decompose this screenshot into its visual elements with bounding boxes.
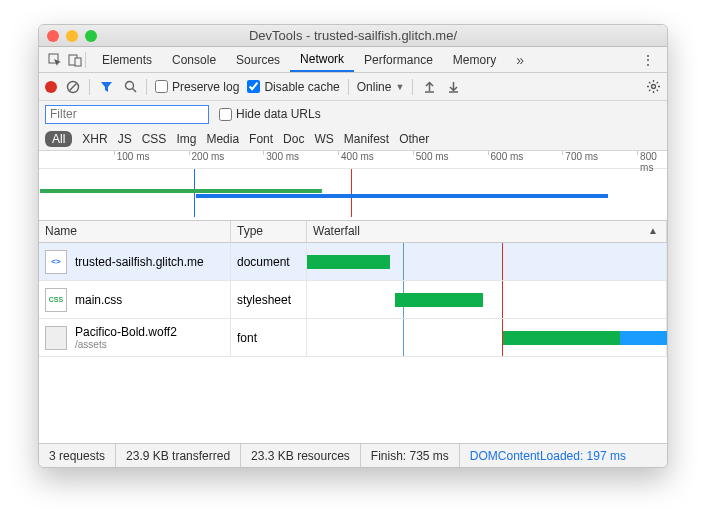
type-doc[interactable]: Doc: [283, 132, 304, 146]
marker-line: [351, 169, 352, 217]
timeline-ruler: 100 ms200 ms300 ms400 ms500 ms600 ms700 …: [39, 151, 667, 169]
waterfall-bar: [503, 331, 621, 345]
type-other[interactable]: Other: [399, 132, 429, 146]
search-icon[interactable]: [122, 79, 138, 95]
file-icon: CSS: [45, 288, 67, 312]
inspect-element-icon[interactable]: [45, 50, 65, 70]
more-tabs-icon[interactable]: »: [510, 52, 530, 68]
tick: 800 ms: [637, 151, 667, 155]
type-all[interactable]: All: [45, 131, 72, 147]
network-table: Name Type Waterfall▲ <>trusted-sailfish.…: [39, 221, 667, 443]
status-dcl: DOMContentLoaded: 197 ms: [460, 444, 636, 467]
network-toolbar: Preserve log Disable cache Online▼: [39, 73, 667, 101]
request-path: /assets: [75, 339, 177, 350]
waterfall-bar: [395, 293, 483, 307]
svg-line-4: [70, 83, 77, 90]
tick: 500 ms: [413, 151, 449, 155]
type-xhr[interactable]: XHR: [82, 132, 107, 146]
table-row[interactable]: <>trusted-sailfish.glitch.medocument: [39, 243, 667, 281]
table-row[interactable]: CSSmain.cssstylesheet: [39, 281, 667, 319]
type-css[interactable]: CSS: [142, 132, 167, 146]
disable-cache-checkbox[interactable]: Disable cache: [247, 80, 339, 94]
request-name: main.css: [75, 293, 122, 307]
type-js[interactable]: JS: [118, 132, 132, 146]
device-toolbar-icon[interactable]: [65, 50, 85, 70]
window-title: DevTools - trusted-sailfish.glitch.me/: [39, 28, 667, 43]
preserve-log-label: Preserve log: [172, 80, 239, 94]
tab-network[interactable]: Network: [290, 47, 354, 72]
sort-asc-icon: ▲: [648, 225, 658, 236]
status-bar: 3 requests 23.9 KB transferred 23.3 KB r…: [39, 443, 667, 467]
svg-rect-2: [75, 58, 81, 66]
filter-row: Hide data URLs: [39, 101, 667, 127]
status-finish: Finish: 735 ms: [361, 444, 460, 467]
svg-point-9: [651, 85, 655, 89]
status-requests: 3 requests: [39, 444, 116, 467]
svg-line-17: [656, 82, 657, 83]
type-manifest[interactable]: Manifest: [344, 132, 389, 146]
upload-har-icon[interactable]: [421, 79, 437, 95]
svg-line-6: [132, 89, 136, 93]
timeline-area: [39, 169, 667, 217]
request-name: trusted-sailfish.glitch.me: [75, 255, 204, 269]
tab-elements[interactable]: Elements: [92, 47, 162, 72]
header-type[interactable]: Type: [231, 221, 307, 242]
hide-data-urls-label: Hide data URLs: [236, 107, 321, 121]
header-waterfall[interactable]: Waterfall▲: [307, 221, 667, 242]
menu-icon[interactable]: ⋮: [635, 52, 661, 68]
tab-console[interactable]: Console: [162, 47, 226, 72]
preserve-log-checkbox[interactable]: Preserve log: [155, 80, 239, 94]
tick: 200 ms: [189, 151, 225, 155]
waterfall-bar: [307, 255, 390, 269]
tick: 300 ms: [263, 151, 299, 155]
tab-performance[interactable]: Performance: [354, 47, 443, 72]
request-type: stylesheet: [231, 281, 307, 318]
table-row[interactable]: Pacifico-Bold.woff2/assetsfont: [39, 319, 667, 357]
svg-point-5: [125, 82, 133, 90]
filter-toggle-icon[interactable]: [98, 79, 114, 95]
waterfall-cell: [307, 319, 667, 356]
header-name[interactable]: Name: [39, 221, 231, 242]
waterfall-cell: [307, 281, 667, 318]
file-icon: [45, 326, 67, 350]
record-button[interactable]: [45, 81, 57, 93]
marker-line: [194, 169, 195, 217]
hide-data-urls-checkbox[interactable]: Hide data URLs: [219, 107, 321, 121]
settings-icon[interactable]: [645, 79, 661, 95]
tick: 600 ms: [488, 151, 524, 155]
status-resources: 23.3 KB resources: [241, 444, 361, 467]
type-ws[interactable]: WS: [314, 132, 333, 146]
throttling-value: Online: [357, 80, 392, 94]
svg-line-16: [649, 90, 650, 91]
download-har-icon[interactable]: [445, 79, 461, 95]
tick: 400 ms: [338, 151, 374, 155]
tab-sources[interactable]: Sources: [226, 47, 290, 72]
svg-line-14: [649, 82, 650, 83]
devtools-window: DevTools - trusted-sailfish.glitch.me/ E…: [38, 24, 668, 468]
overview-bar: [196, 194, 608, 198]
file-icon: <>: [45, 250, 67, 274]
svg-line-15: [656, 90, 657, 91]
waterfall-cell: [307, 243, 667, 280]
type-img[interactable]: Img: [176, 132, 196, 146]
throttling-select[interactable]: Online▼: [357, 80, 405, 94]
type-media[interactable]: Media: [206, 132, 239, 146]
timeline-overview[interactable]: 100 ms200 ms300 ms400 ms500 ms600 ms700 …: [39, 151, 667, 221]
tab-memory[interactable]: Memory: [443, 47, 506, 72]
disable-cache-label: Disable cache: [264, 80, 339, 94]
waterfall-bar: [620, 331, 667, 345]
status-transferred: 23.9 KB transferred: [116, 444, 241, 467]
filter-input[interactable]: [45, 105, 209, 124]
clear-icon[interactable]: [65, 79, 81, 95]
chevron-down-icon: ▼: [395, 82, 404, 92]
overview-bar: [40, 189, 323, 193]
panel-tabbar: ElementsConsoleSourcesNetworkPerformance…: [39, 47, 667, 73]
tick: 700 ms: [562, 151, 598, 155]
tick: 100 ms: [114, 151, 150, 155]
titlebar: DevTools - trusted-sailfish.glitch.me/: [39, 25, 667, 47]
request-type: font: [231, 319, 307, 356]
type-font[interactable]: Font: [249, 132, 273, 146]
panel-tabs: ElementsConsoleSourcesNetworkPerformance…: [92, 47, 506, 72]
request-type: document: [231, 243, 307, 280]
request-name: Pacifico-Bold.woff2: [75, 325, 177, 339]
